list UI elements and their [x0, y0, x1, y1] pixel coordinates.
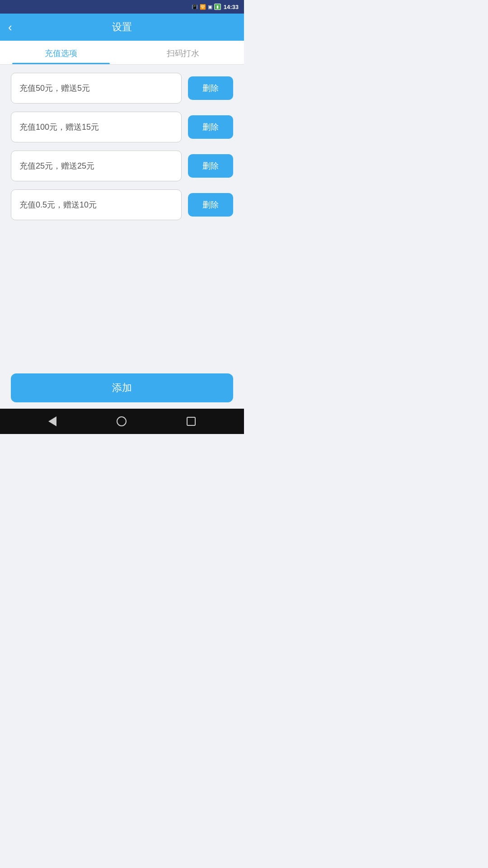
add-button[interactable]: 添加	[11, 373, 233, 402]
nav-recent-button[interactable]	[187, 417, 196, 426]
bottom-nav	[0, 409, 244, 434]
status-bar: 📳 🛜 ▣ ▮ 14:33	[0, 0, 244, 14]
page-title: 设置	[112, 20, 132, 34]
vibrate-icon: 📳	[192, 4, 198, 10]
back-button[interactable]: ‹	[8, 21, 12, 33]
delete-button-3[interactable]: 删除	[188, 154, 233, 178]
app-header: ‹ 设置	[0, 14, 244, 41]
delete-button-2[interactable]: 删除	[188, 115, 233, 139]
recharge-input-1[interactable]: 充值50元，赠送5元	[11, 73, 182, 104]
recharge-item-3: 充值25元，赠送25元 删除	[11, 151, 233, 181]
nav-home-button[interactable]	[117, 416, 127, 426]
recharge-item-4: 充值0.5元，赠送10元 删除	[11, 189, 233, 220]
nav-back-button[interactable]	[48, 416, 56, 426]
status-time: 14:33	[224, 4, 239, 10]
back-triangle-icon	[48, 416, 56, 426]
recharge-item-1: 充值50元，赠送5元 删除	[11, 73, 233, 104]
sim-icon: ▣	[208, 4, 212, 10]
recharge-input-2[interactable]: 充值100元，赠送15元	[11, 112, 182, 142]
battery-icon: ▮	[214, 4, 221, 10]
status-icons: 📳 🛜 ▣ ▮	[192, 4, 221, 10]
tab-recharge[interactable]: 充值选项	[0, 41, 122, 64]
wifi-icon: 🛜	[200, 4, 206, 10]
recharge-item-2: 充值100元，赠送15元 删除	[11, 112, 233, 142]
recharge-input-3[interactable]: 充值25元，赠送25元	[11, 151, 182, 181]
recent-square-icon	[187, 417, 196, 426]
recharge-input-4[interactable]: 充值0.5元，赠送10元	[11, 189, 182, 220]
add-button-wrapper: 添加	[11, 373, 233, 402]
home-circle-icon	[117, 416, 127, 426]
delete-button-4[interactable]: 删除	[188, 193, 233, 217]
tab-bar: 充值选项 扫码打水	[0, 41, 244, 65]
tab-scan[interactable]: 扫码打水	[122, 41, 244, 64]
recharge-list: 充值50元，赠送5元 删除 充值100元，赠送15元 删除 充值25元，赠送25…	[0, 65, 244, 228]
delete-button-1[interactable]: 删除	[188, 76, 233, 100]
